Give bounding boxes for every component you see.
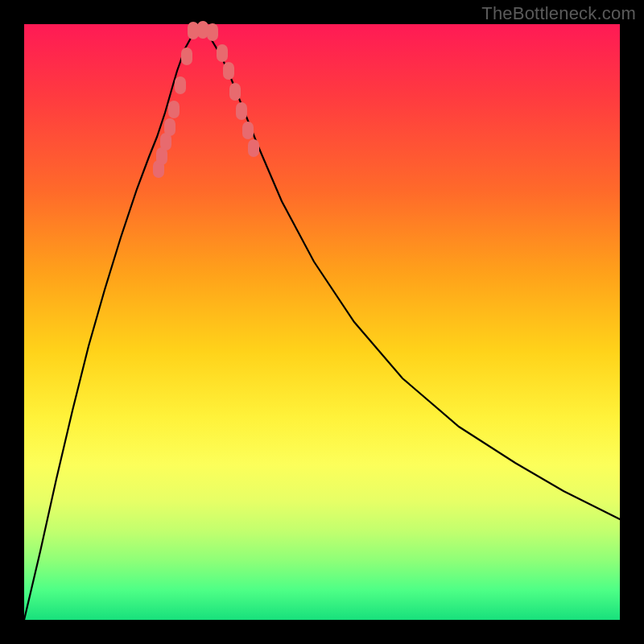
chart-frame: TheBottleneck.com bbox=[0, 0, 644, 644]
marker-pill bbox=[168, 101, 180, 118]
marker-pill bbox=[223, 62, 234, 80]
plot-area bbox=[24, 24, 620, 620]
watermark-text: TheBottleneck.com bbox=[481, 3, 636, 24]
chart-svg bbox=[24, 24, 620, 620]
marker-pill bbox=[197, 21, 208, 39]
marker-pill bbox=[164, 118, 175, 136]
curve-right bbox=[198, 28, 620, 519]
marker-pill bbox=[207, 23, 218, 41]
marker-pill bbox=[181, 47, 192, 65]
marker-pill bbox=[248, 139, 259, 157]
marker-pill bbox=[217, 44, 228, 62]
marker-pill bbox=[236, 102, 247, 120]
marker-pill bbox=[242, 122, 254, 139]
marker-pill bbox=[229, 83, 241, 101]
marker-pill bbox=[188, 22, 199, 39]
marker-pill bbox=[175, 76, 186, 94]
